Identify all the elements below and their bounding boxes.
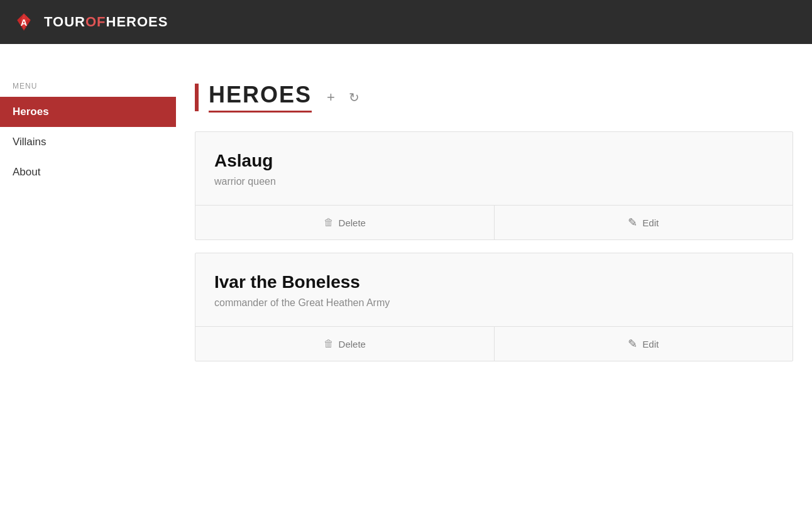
hero-card: Aslaug warrior queen Delete Edit [195,131,793,240]
hero-name: Aslaug [214,151,774,171]
title-tour: TOUR [44,14,85,30]
angular-logo-icon: A [13,11,35,33]
delete-hero-button[interactable]: Delete [195,206,495,239]
edit-hero-button[interactable]: Edit [495,327,793,361]
trash-icon [324,217,334,228]
sidebar-item-villains[interactable]: Villains [0,127,176,157]
delete-hero-button[interactable]: Delete [195,327,495,361]
page-title-bar [195,84,199,111]
title-heroes: HEROES [106,14,168,30]
app-header: A TOUROFHEROES [0,0,812,44]
hero-card-body: Aslaug warrior queen [195,132,793,205]
hero-card-body: Ivar the Boneless commander of the Great… [195,253,793,326]
refresh-button[interactable]: ↻ [346,87,362,107]
trash-icon [324,338,334,349]
app-title: TOUROFHEROES [44,14,168,30]
page-title-row: HEROES + ↻ [195,82,793,113]
hero-card-actions: Delete Edit [195,205,793,239]
delete-label: Delete [339,217,366,228]
hero-description: commander of the Great Heathen Army [214,297,774,309]
edit-label: Edit [642,339,659,349]
edit-icon [628,337,637,351]
edit-icon [628,216,637,229]
menu-label: MENU [0,82,176,91]
hero-description: warrior queen [214,176,774,187]
page-title-actions: + ↻ [324,87,362,108]
edit-label: Edit [642,217,659,228]
page-title: HEROES [209,82,312,113]
hero-name: Ivar the Boneless [214,272,774,292]
sidebar: MENU Heroes Villains About [0,44,176,528]
svg-text:A: A [21,18,28,28]
sidebar-item-heroes[interactable]: Heroes [0,97,176,127]
edit-hero-button[interactable]: Edit [495,206,793,239]
main-content: HEROES + ↻ Aslaug warrior queen Delete E… [176,44,812,528]
hero-card-actions: Delete Edit [195,326,793,361]
sidebar-item-about[interactable]: About [0,157,176,187]
title-of: OF [85,14,106,30]
add-hero-button[interactable]: + [324,87,337,108]
hero-card: Ivar the Boneless commander of the Great… [195,253,793,361]
delete-label: Delete [339,339,366,349]
